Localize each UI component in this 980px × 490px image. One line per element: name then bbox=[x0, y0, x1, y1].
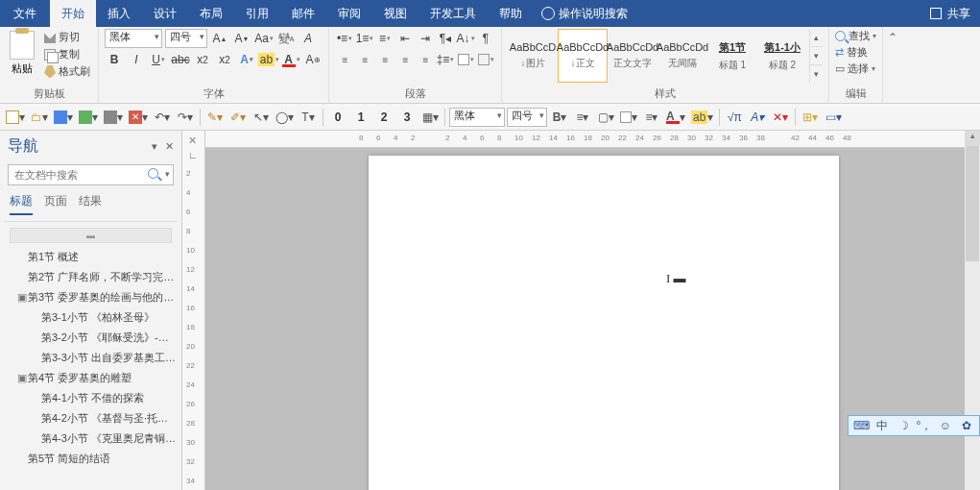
sec-size-select[interactable]: 四号 bbox=[507, 108, 547, 127]
cut-button[interactable]: 剪切 bbox=[42, 29, 92, 45]
nav-item[interactable]: 第3-3小节 出自委罗基奥工作室... bbox=[2, 348, 179, 368]
paste-button[interactable]: 粘贴 bbox=[6, 29, 38, 78]
sec-table[interactable]: ▦▾ bbox=[419, 107, 441, 128]
phonetic-button[interactable]: 變A bbox=[276, 29, 296, 48]
style-body[interactable]: AaBbCcDd↓正文 bbox=[558, 29, 608, 83]
tab-file[interactable]: 文件 bbox=[0, 0, 50, 27]
indent-inc-button[interactable]: ⇥ bbox=[416, 29, 435, 48]
subscript-button[interactable]: x2 bbox=[193, 50, 212, 69]
borders-button[interactable]: ▾ bbox=[476, 50, 495, 69]
ime-keyboard-icon[interactable]: ⌨ bbox=[852, 417, 870, 434]
superscript-button[interactable]: x2 bbox=[215, 50, 234, 69]
nav-item[interactable]: 第4-2小节 《基督与圣·托马斯》 bbox=[2, 408, 179, 429]
sec-hilite[interactable]: ab▾ bbox=[689, 107, 715, 128]
styles-down-button[interactable]: ▾ bbox=[810, 47, 823, 65]
format-painter-button[interactable]: 格式刷 bbox=[42, 63, 92, 80]
sec-brush2[interactable]: ✐▾ bbox=[227, 107, 249, 128]
font-family-select[interactable]: 黑体 bbox=[105, 29, 162, 48]
multilevel-button[interactable]: ≡▾ bbox=[375, 29, 394, 48]
style-heading2[interactable]: 第1-1小标题 2 bbox=[757, 29, 807, 83]
search-dropdown[interactable]: ▾ bbox=[165, 169, 170, 179]
tab-design[interactable]: 设计 bbox=[142, 0, 188, 27]
sec-new[interactable]: ▾ bbox=[4, 107, 27, 128]
sec-gray[interactable]: ▾ bbox=[102, 107, 125, 128]
sec-eq2[interactable]: A▾ bbox=[747, 107, 768, 128]
tab-insert[interactable]: 插入 bbox=[96, 0, 142, 27]
ime-lang[interactable]: 中 bbox=[873, 417, 891, 434]
align-justify-button[interactable]: ≡ bbox=[395, 50, 415, 69]
nav-current-marker[interactable]: ▬ bbox=[10, 228, 172, 243]
bold-button[interactable]: B bbox=[105, 50, 124, 69]
tell-me-search[interactable]: 操作说明搜索 bbox=[541, 0, 628, 27]
page-1[interactable] bbox=[369, 156, 839, 490]
sec-para[interactable]: ≡▾ bbox=[641, 107, 662, 128]
underline-button[interactable]: U▾ bbox=[149, 50, 168, 69]
line-spacing-button[interactable]: ‡≡▾ bbox=[436, 50, 455, 69]
tab-view[interactable]: 视图 bbox=[372, 0, 418, 27]
sec-eq[interactable]: √π bbox=[724, 107, 745, 128]
ime-punct[interactable]: °， bbox=[916, 417, 933, 434]
sec-open[interactable]: 🗀▾ bbox=[29, 107, 50, 128]
sec-undo[interactable]: ↶▾ bbox=[152, 107, 173, 128]
select-button[interactable]: ▭选择▾ bbox=[835, 61, 876, 76]
clear-format-button[interactable]: A bbox=[299, 29, 318, 48]
replace-button[interactable]: ⇄替换 bbox=[835, 45, 876, 60]
styles-up-button[interactable]: ▴ bbox=[810, 29, 823, 47]
change-case-button[interactable]: Aa▾ bbox=[254, 29, 274, 48]
show-marks-button[interactable]: ¶ bbox=[476, 29, 495, 48]
ime-bar[interactable]: ⌨ 中 ☽ °， ☺ ✿ bbox=[848, 415, 980, 436]
shrink-font-button[interactable]: A▼ bbox=[232, 29, 251, 48]
style-nospace[interactable]: AaBbCcDd无间隔 bbox=[657, 29, 707, 83]
indent-dec-button[interactable]: ⇤ bbox=[395, 29, 415, 48]
nav-item[interactable]: ▣第3节 委罗基奥的绘画与他的工作室 bbox=[2, 287, 179, 307]
scroll-up-button[interactable]: ▴ bbox=[965, 131, 980, 146]
sec-bold[interactable]: B▾ bbox=[549, 107, 570, 128]
sec-num-2[interactable]: 2 bbox=[373, 107, 394, 128]
ribbon-collapse-button[interactable]: ⌃ bbox=[883, 27, 902, 103]
highlight-button[interactable]: ab▾ bbox=[259, 50, 278, 69]
style-image[interactable]: AaBbCcD↓图片 bbox=[508, 29, 558, 83]
share-button[interactable]: 共享 bbox=[947, 6, 970, 22]
scroll-thumb[interactable] bbox=[966, 146, 979, 261]
sort-button[interactable]: A↓▾ bbox=[456, 29, 475, 48]
ime-settings-icon[interactable]: ✿ bbox=[958, 417, 975, 434]
shading-button[interactable]: ▾ bbox=[456, 50, 475, 69]
tab-home[interactable]: 开始 bbox=[50, 0, 96, 27]
style-heading1[interactable]: 第1节标题 1 bbox=[707, 29, 757, 83]
nav-item[interactable]: 第2节 广拜名师，不断学习完善自己 bbox=[2, 267, 179, 287]
numbering-button[interactable]: 1≡▾ bbox=[355, 29, 374, 48]
nav-item[interactable]: 第4-1小节 不借的探索 bbox=[2, 388, 179, 408]
sec-pencil[interactable]: ✎▾ bbox=[204, 107, 226, 128]
sec-shade[interactable]: ▾ bbox=[618, 107, 639, 128]
sec-redo[interactable]: ↷▾ bbox=[175, 107, 196, 128]
sec-align[interactable]: ≡▾ bbox=[572, 107, 593, 128]
nav-close-button[interactable]: ✕ bbox=[165, 140, 174, 153]
sec-circle[interactable]: ◯▾ bbox=[274, 107, 296, 128]
tab-help[interactable]: 帮助 bbox=[488, 0, 534, 27]
tab-mailings[interactable]: 邮件 bbox=[280, 0, 326, 27]
sec-page[interactable]: ▭▾ bbox=[823, 107, 844, 128]
tab-review[interactable]: 审阅 bbox=[326, 0, 372, 27]
nav-item[interactable]: 第5节 简短的结语 bbox=[2, 449, 179, 469]
style-bodytext[interactable]: AaBbCcDd正文文字 bbox=[608, 29, 657, 83]
sec-save2[interactable]: ▾ bbox=[77, 107, 100, 128]
sec-text[interactable]: T▾ bbox=[298, 107, 319, 128]
styles-more-button[interactable]: ▾ bbox=[810, 65, 823, 83]
tab-layout[interactable]: 布局 bbox=[188, 0, 234, 27]
nav-tab-headings[interactable]: 标题 bbox=[10, 193, 33, 215]
nav-item[interactable]: 第3-1小节 《柏林圣母》 bbox=[2, 307, 179, 328]
italic-button[interactable]: I bbox=[127, 50, 146, 69]
align-right-button[interactable]: ≡ bbox=[375, 50, 394, 69]
nav-item[interactable]: 第3-2小节 《耶稣受洗》-乌菲齐... bbox=[2, 328, 179, 348]
nav-item[interactable]: 第4-3小节 《克里奥尼青铜骑马... bbox=[2, 429, 179, 449]
ltr-button[interactable]: ¶◂ bbox=[436, 29, 455, 48]
sec-num-0[interactable]: 0 bbox=[327, 107, 348, 128]
ime-face-icon[interactable]: ☺ bbox=[937, 417, 954, 434]
nav-minimize-button[interactable]: ▾ bbox=[152, 140, 157, 153]
font-color-button[interactable]: A▾ bbox=[281, 50, 300, 69]
bullets-button[interactable]: •≡▾ bbox=[335, 29, 354, 48]
pane-splitter-close[interactable]: ✕ bbox=[188, 135, 197, 147]
sec-cursor[interactable]: ↖▾ bbox=[251, 107, 272, 128]
text-effects-button[interactable]: A▾ bbox=[237, 50, 256, 69]
sec-del[interactable]: ✕▾ bbox=[770, 107, 791, 128]
